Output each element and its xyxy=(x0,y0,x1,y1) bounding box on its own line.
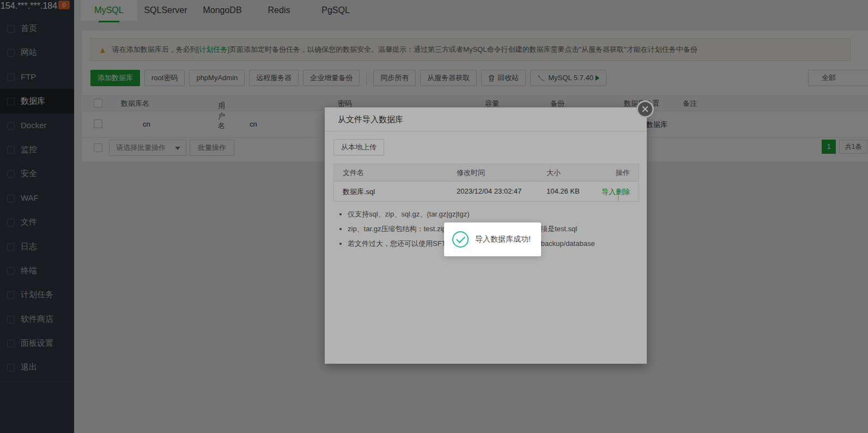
toast-backdrop xyxy=(0,0,868,433)
success-check-icon xyxy=(452,231,469,248)
success-toast: 导入数据库成功! xyxy=(444,222,541,256)
toast-message: 导入数据库成功! xyxy=(475,234,531,244)
bt-panel-screen: 154.***.***.184 0 首页 网站 FTP 数据库 Docker 监… xyxy=(0,0,868,433)
